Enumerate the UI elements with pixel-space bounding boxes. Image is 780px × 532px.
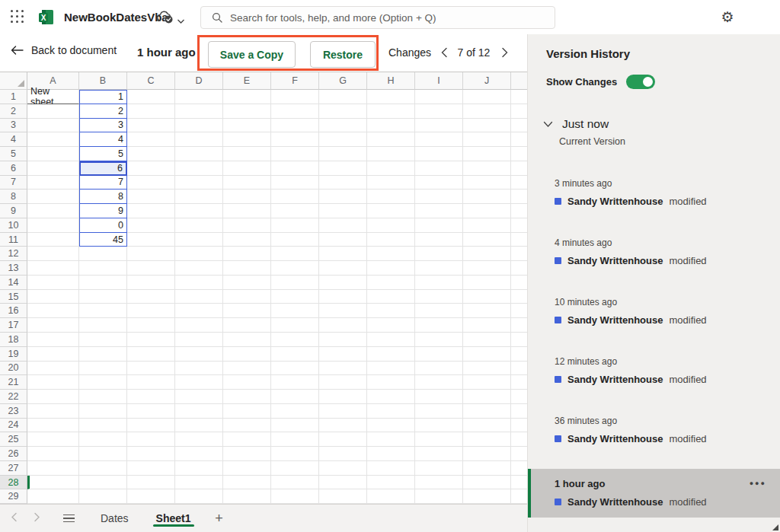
cell-D21[interactable]: [175, 375, 223, 390]
cell-D23[interactable]: [175, 404, 223, 419]
cell-D27[interactable]: [175, 461, 223, 476]
version-entry[interactable]: 4 minutes agoSandy Writtenhousemodified: [528, 230, 780, 274]
cell-G25[interactable]: [319, 432, 367, 447]
cell-G17[interactable]: [319, 318, 367, 333]
cell-C13[interactable]: [127, 261, 175, 276]
cell-E21[interactable]: [223, 375, 271, 390]
scroll-sheets-left-icon[interactable]: [5, 509, 23, 527]
cell-H12[interactable]: [367, 247, 415, 261]
cell-C7[interactable]: [127, 176, 175, 190]
cell-C6[interactable]: [127, 161, 175, 176]
cell-C11[interactable]: [127, 233, 175, 247]
cell-H7[interactable]: [367, 176, 415, 190]
cell-A26[interactable]: [27, 447, 79, 461]
cell-A17[interactable]: [27, 318, 79, 333]
cell-A3[interactable]: [27, 119, 79, 133]
cell-J15[interactable]: [463, 290, 511, 304]
cell-D22[interactable]: [175, 390, 223, 404]
cell-H26[interactable]: [367, 447, 415, 461]
cell-D29[interactable]: [175, 489, 223, 504]
cell-G12[interactable]: [319, 247, 367, 261]
cell-D13[interactable]: [175, 261, 223, 276]
cell-F5[interactable]: [271, 147, 319, 161]
cell-E2[interactable]: [223, 104, 271, 119]
cell-J13[interactable]: [463, 261, 511, 276]
cell-J28[interactable]: [463, 476, 511, 490]
cell-H21[interactable]: [367, 375, 415, 390]
cell-A27[interactable]: [27, 461, 79, 476]
row-header-6[interactable]: 6: [0, 161, 27, 176]
column-header-J[interactable]: J: [463, 72, 511, 90]
settings-gear-icon[interactable]: ⚙: [718, 8, 737, 27]
cell-I24[interactable]: [415, 419, 463, 433]
column-header-I[interactable]: I: [415, 72, 463, 90]
cell-J25[interactable]: [463, 432, 511, 447]
row-header-9[interactable]: 9: [0, 204, 27, 218]
cell-G22[interactable]: [319, 390, 367, 404]
cell-H20[interactable]: [367, 362, 415, 376]
cell-J5[interactable]: [463, 147, 511, 161]
cell-J21[interactable]: [463, 375, 511, 390]
sheet-tab-sheet1[interactable]: Sheet1: [142, 505, 205, 532]
cell-I14[interactable]: [415, 276, 463, 290]
cell-I13[interactable]: [415, 261, 463, 276]
cell-B20[interactable]: [79, 362, 127, 376]
cell-J16[interactable]: [463, 304, 511, 318]
cell-G2[interactable]: [319, 104, 367, 119]
cell-E15[interactable]: [223, 290, 271, 304]
cell-A21[interactable]: [27, 375, 79, 390]
cell-I22[interactable]: [415, 390, 463, 404]
cell-B19[interactable]: [79, 347, 127, 362]
cell-B12[interactable]: [79, 247, 127, 261]
cell-H3[interactable]: [367, 119, 415, 133]
cell-F6[interactable]: [271, 161, 319, 176]
back-to-document-button[interactable]: Back to document: [11, 44, 117, 56]
cell-A14[interactable]: [27, 276, 79, 290]
cell-A28[interactable]: [27, 476, 79, 490]
save-a-copy-button[interactable]: Save a Copy: [208, 41, 296, 68]
panel-resize-handle[interactable]: [772, 524, 778, 530]
cell-G6[interactable]: [319, 161, 367, 176]
cell-D24[interactable]: [175, 419, 223, 433]
cell-G7[interactable]: [319, 176, 367, 190]
row-header-5[interactable]: 5: [0, 147, 27, 161]
cell-F2[interactable]: [271, 104, 319, 119]
cell-C9[interactable]: [127, 204, 175, 218]
cell-E25[interactable]: [223, 432, 271, 447]
cell-B11[interactable]: 45: [79, 233, 127, 247]
cell-G29[interactable]: [319, 489, 367, 504]
cell-H27[interactable]: [367, 461, 415, 476]
cell-D15[interactable]: [175, 290, 223, 304]
cell-I16[interactable]: [415, 304, 463, 318]
cell-D20[interactable]: [175, 362, 223, 376]
add-sheet-button[interactable]: +: [209, 508, 229, 528]
sheet-tab-dates[interactable]: Dates: [87, 505, 142, 532]
restore-button[interactable]: Restore: [310, 41, 376, 68]
cell-J9[interactable]: [463, 204, 511, 218]
row-header-21[interactable]: 21: [0, 375, 27, 390]
cell-B4[interactable]: 4: [79, 132, 127, 147]
cell-E9[interactable]: [223, 204, 271, 218]
cell-B9[interactable]: 9: [79, 204, 127, 218]
cell-F16[interactable]: [271, 304, 319, 318]
row-header-2[interactable]: 2: [0, 104, 27, 119]
cell-F19[interactable]: [271, 347, 319, 362]
cell-D14[interactable]: [175, 276, 223, 290]
cell-J6[interactable]: [463, 161, 511, 176]
cell-F17[interactable]: [271, 318, 319, 333]
cell-A9[interactable]: [27, 204, 79, 218]
cell-E23[interactable]: [223, 404, 271, 419]
cell-G5[interactable]: [319, 147, 367, 161]
row-header-12[interactable]: 12: [0, 247, 27, 261]
cell-F11[interactable]: [271, 233, 319, 247]
row-header-19[interactable]: 19: [0, 347, 27, 362]
cell-I2[interactable]: [415, 104, 463, 119]
cell-B2[interactable]: 2: [79, 104, 127, 119]
row-header-3[interactable]: 3: [0, 119, 27, 133]
cell-J18[interactable]: [463, 333, 511, 347]
cell-G8[interactable]: [319, 190, 367, 204]
cell-E3[interactable]: [223, 119, 271, 133]
cell-H18[interactable]: [367, 333, 415, 347]
cell-G20[interactable]: [319, 362, 367, 376]
cell-F22[interactable]: [271, 390, 319, 404]
